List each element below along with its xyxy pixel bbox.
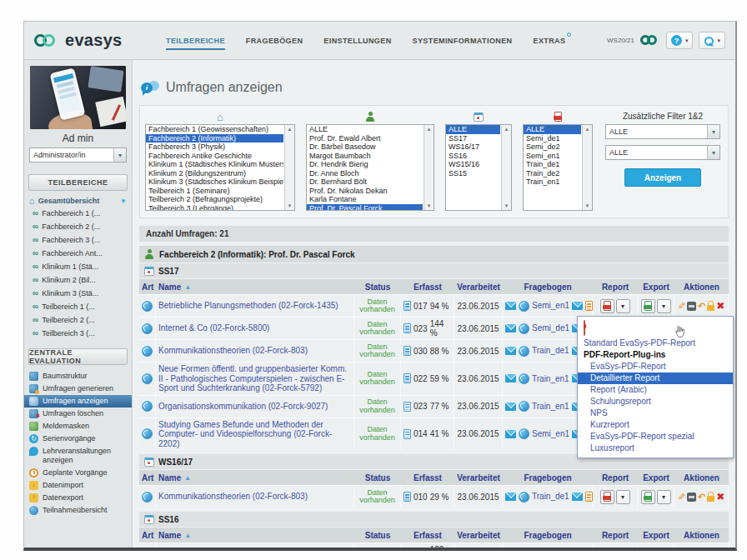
sidebar-item-baumstruktur[interactable]: Baumstruktur	[24, 370, 132, 382]
edit-icon[interactable]: ✎	[678, 302, 685, 311]
period-option[interactable]: SS17	[446, 134, 500, 143]
form-link[interactable]: Semi_en1	[532, 301, 569, 311]
mail-icon[interactable]	[505, 302, 516, 310]
form-link[interactable]: Train_en1	[532, 374, 569, 384]
edit-icon[interactable]: ✎	[678, 492, 685, 502]
form-option[interactable]: Semi_de2	[524, 142, 581, 152]
trainer-option[interactable]: Dr. Hendrik Bierig	[307, 160, 423, 169]
sidebar-tree-item[interactable]: Teilbereich 2 (...	[33, 313, 132, 327]
mail-icon[interactable]	[505, 324, 516, 332]
anzeigen-button[interactable]: Anzeigen	[624, 168, 701, 187]
period-option[interactable]: SS15	[446, 169, 500, 178]
menu-item-evasys-pdf-report[interactable]: EvaSys-PDF-Report	[578, 361, 733, 372]
nav-einstellungen[interactable]: EINSTELLUNGEN	[323, 32, 391, 50]
export-button[interactable]	[641, 490, 655, 504]
delete-icon[interactable]: ✖	[716, 301, 724, 311]
sidebar-tree-item[interactable]: Klinikum 1 (Stä...	[33, 260, 132, 273]
period-option[interactable]: WS15/16	[446, 160, 500, 169]
form-option[interactable]: Semi_en1	[524, 152, 581, 161]
export-dropdown-button[interactable]	[657, 299, 671, 313]
sidebar-item-datenimport[interactable]: Datenimport	[24, 479, 132, 492]
sidebar-item-meldemasken[interactable]: Meldemasken	[24, 420, 132, 432]
export-button[interactable]	[641, 299, 655, 313]
report-dropdown-button[interactable]	[616, 299, 630, 313]
menu-item-luxusreport[interactable]: Luxusreport	[578, 442, 733, 454]
subunit-option[interactable]: Klinikum 2 (Bildungszentrum)	[146, 169, 283, 178]
nav-frageboegen[interactable]: FRAGEBÖGEN	[246, 32, 303, 50]
sidebar-tree-item[interactable]: Klinikum 3 (Stä...	[33, 287, 132, 300]
survey-name-link[interactable]: Organisationskommunikation (02-Forck-902…	[158, 402, 328, 412]
trainer-option[interactable]: Dr. Bärbel Basedow	[307, 142, 423, 152]
form-option[interactable]: Train_de1	[524, 160, 581, 169]
form-link[interactable]: Train_de1	[532, 492, 569, 502]
survey-name-link[interactable]: Neue Formen öffentl. und gruppenbasierte…	[158, 364, 351, 393]
subunit-option[interactable]: Teilbereich 2 (Befragungsprojekte)	[146, 195, 283, 204]
sidebar-item-umfragen-anzeigen[interactable]: Umfragen anzeigen	[24, 395, 132, 408]
sidebar-section-teilbereiche[interactable]: TEILBEREICHE	[28, 174, 128, 191]
scrollbar[interactable]: ▲▼	[424, 125, 434, 210]
nav-systeminformationen[interactable]: SYSTEMINFORMATIONEN	[413, 32, 513, 50]
survey-name-link[interactable]: Internet & Co (02-Forck-5800)	[158, 323, 269, 333]
sidebar-tree-item[interactable]: Teilbereich 1 (...	[33, 300, 132, 313]
nav-teilbereiche[interactable]: TEILBEREICHE	[166, 32, 225, 50]
form-link[interactable]: Train_de1	[532, 346, 569, 356]
subunit-option[interactable]: Fachbereich Antike Geschichte	[146, 152, 283, 161]
period-option[interactable]: SS16	[446, 152, 500, 161]
mail-icon[interactable]	[505, 492, 516, 501]
mail-icon[interactable]	[505, 430, 516, 438]
mail-icon[interactable]	[505, 374, 516, 382]
menu-item-kurzreport[interactable]: Kurzreport	[578, 419, 733, 431]
export-dropdown-button[interactable]	[657, 548, 671, 548]
sort-by-name[interactable]: Name▲	[156, 279, 354, 294]
sidebar-item-umfragen-generieren[interactable]: Umfragen generieren	[24, 382, 132, 395]
sort-by-name[interactable]: Name▲	[156, 528, 354, 542]
report-dropdown-button[interactable]	[616, 490, 630, 504]
subunit-option[interactable]: Fachbereich 2 (Informatik)	[146, 134, 283, 143]
delete-icon[interactable]: ✖	[716, 492, 724, 502]
sidebar-tree-item[interactable]: Fachbereich 1 (...	[33, 207, 132, 220]
scrollbar[interactable]: ▲▼	[284, 125, 294, 210]
pdf-report-button[interactable]	[600, 299, 614, 313]
form-option[interactable]: ALLE	[524, 125, 581, 134]
sidebar-item-lehrveranstaltungen[interactable]: Lehrveranstaltungen anzeigen	[24, 445, 132, 467]
sidebar-item-umfragen-loeschen[interactable]: Umfragen löschen	[24, 408, 132, 420]
menu-item-evasys-pdf-report-spezial[interactable]: EvaSys-PDF-Report spezial	[578, 431, 733, 442]
paper-form-icon[interactable]	[585, 492, 593, 502]
report-dropdown-button[interactable]	[616, 548, 630, 548]
role-select[interactable]: Administrator/in	[29, 148, 127, 162]
trainer-option[interactable]: Margot Baumbach	[307, 152, 423, 161]
extra-filter-1-select[interactable]: ALLE	[605, 124, 720, 139]
trainer-option[interactable]: Prof. Dr. Ewald Albert	[307, 134, 423, 143]
pdf-report-button[interactable]	[600, 490, 614, 504]
extra-filter-2-select[interactable]: ALLE	[605, 145, 720, 160]
form-option[interactable]: Train_de2	[524, 169, 581, 178]
trainer-option[interactable]: Dr. Bernhard Bölt	[307, 178, 423, 187]
sidebar-tree-item[interactable]: Fachbereich 3 (...	[33, 233, 132, 247]
form-link[interactable]: Semi_de1	[532, 323, 569, 333]
trainer-option[interactable]: Prof. Dr. Pascal Forck	[307, 204, 423, 212]
period-option[interactable]: WS16/17	[446, 142, 500, 152]
sidebar-tree-item[interactable]: Fachbereich Ant...	[33, 247, 132, 260]
survey-name-link[interactable]: Kommunikationstheorien (02-Forck-803)	[158, 492, 308, 502]
subunit-option[interactable]: Teilbereich 1 (Seminare)	[146, 187, 283, 196]
sidebar-tree-item[interactable]: Teilbereich 3 (...	[33, 327, 132, 340]
pdf-report-button[interactable]	[600, 548, 614, 548]
subunit-option[interactable]: Fachbereich 3 (Physik)	[146, 142, 283, 152]
form-listbox[interactable]: ALLESemi_de1Semi_de2Semi_en1Train_de1Tra…	[523, 124, 593, 211]
sidebar-item-serienvorgaenge[interactable]: Serienvorgänge	[24, 432, 132, 445]
form-option[interactable]: Train_en1	[524, 178, 581, 187]
reset-icon[interactable]: ↶	[698, 492, 705, 502]
form-option[interactable]: Semi_de1	[524, 134, 581, 143]
sidebar-item-datenexport[interactable]: Datenexport	[24, 492, 132, 504]
subunit-listbox[interactable]: Fachbereich 1 (Geowissenschaften)Fachber…	[145, 124, 295, 211]
survey-name-link[interactable]: Kommunikationstheorien (02-Forck-803)	[158, 346, 308, 356]
export-button[interactable]	[641, 548, 655, 548]
trainer-option[interactable]: Karla Fontane	[307, 195, 423, 204]
search-button[interactable]: ▾	[699, 32, 725, 49]
sidebar-tree-item[interactable]: Fachbereich 2 (...	[33, 220, 132, 233]
subunit-option[interactable]: Klinikum 3 (Städtisches Klinikum Beispie…	[146, 178, 283, 187]
scrollbar[interactable]: ▲▼	[582, 125, 592, 210]
survey-name-link[interactable]: Studying Games Befunde und Methoden der …	[158, 420, 351, 449]
sidebar-tree-item[interactable]: Klinikum 2 (Bil...	[33, 273, 132, 287]
lock-icon[interactable]	[707, 305, 714, 311]
